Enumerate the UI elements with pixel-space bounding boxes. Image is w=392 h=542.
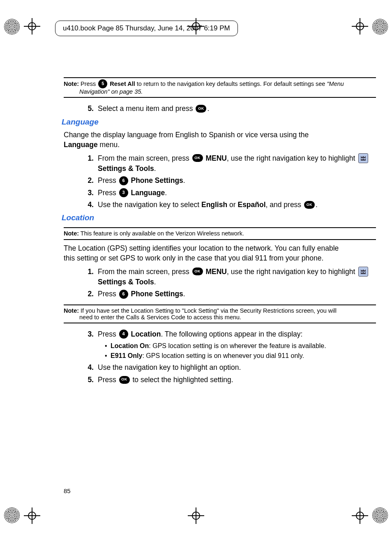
registration-mark-icon (372, 507, 388, 523)
text: . (316, 201, 318, 209)
crop-mark-icon (24, 18, 40, 35)
bullet-icon: • (105, 351, 111, 361)
note-verizon-only: Note: This feature is only available on … (64, 228, 376, 239)
section-heading-location: Location (62, 213, 376, 222)
registration-mark-icon (372, 19, 388, 35)
menu-label: MENU (204, 268, 227, 276)
key-6-icon: 6 (119, 290, 128, 299)
page-header-text: u410.book Page 85 Thursday, June 14, 200… (63, 24, 230, 32)
step-text: Select a menu item and press (98, 104, 195, 113)
key-4-icon: 4 (119, 330, 128, 339)
text: Press (98, 290, 118, 298)
loc-step-5: 5. Press OK to select the highlighted se… (64, 375, 376, 385)
language-label: Language (129, 189, 165, 197)
crop-mark-icon (352, 18, 368, 35)
note-label: Note: (64, 81, 79, 87)
bullet-e911-only: • E911 Only: GPS location setting is on … (64, 351, 376, 361)
text: Use the navigation key to highlight an o… (98, 362, 376, 373)
step-number: 4. (82, 200, 94, 210)
text: , and press (266, 201, 303, 209)
step-number: 1. (82, 153, 94, 164)
espanol-label: Español (238, 201, 265, 209)
english-label: English (201, 201, 227, 209)
text: From the main screen, press (98, 154, 191, 162)
text: . The following options appear in the di… (161, 330, 302, 338)
settings-tools-label: Settings & Tools (98, 164, 154, 173)
text: , use the right navigation key to highli… (227, 154, 357, 162)
step-number: 5. (82, 375, 94, 385)
page-number: 85 (64, 487, 71, 494)
text: Press (98, 189, 118, 197)
location-label: Location (129, 330, 161, 338)
note-text-line2: need to enter the Calls & Services Code … (64, 314, 376, 321)
text: Press (98, 376, 118, 384)
step-number: 2. (82, 175, 94, 186)
text: . (183, 176, 185, 185)
ok-key-icon: OK (304, 201, 315, 209)
step-5-select-menu: 5. Select a menu item and press OK. (64, 104, 376, 114)
text: From the main screen, press (98, 268, 191, 276)
note-lock-setting: Note: If you have set the Location Setti… (64, 305, 376, 323)
phone-settings-label: Phone Settings (129, 176, 183, 185)
ok-key-icon: OK (119, 376, 130, 384)
key-5-icon: 5 (98, 79, 107, 88)
menu-label: MENU (204, 154, 227, 162)
step-number: 3. (82, 188, 94, 198)
step-number: 5. (82, 104, 94, 114)
ok-key-icon: OK (192, 154, 203, 162)
loc-step-2: 2. Press 6 Phone Settings. (64, 289, 376, 299)
language-menu-label: Language (64, 141, 98, 149)
note-text: Press (79, 81, 97, 87)
key-3-icon: 3 (119, 188, 128, 197)
crop-mark-icon (24, 507, 40, 524)
section-heading-language: Language (62, 118, 376, 127)
lang-step-1: 1. From the main screen, press OK MENU, … (64, 153, 376, 174)
registration-mark-icon (4, 507, 20, 523)
text: or (227, 201, 238, 209)
step-number: 1. (82, 267, 94, 277)
bullet-icon: • (105, 341, 111, 351)
step-text: . (207, 104, 209, 113)
text: . (165, 189, 167, 197)
text: : GPS location setting is on whenever yo… (142, 352, 304, 359)
menu-nav-ref-line2: Navigation" on page 35. (79, 88, 143, 95)
page-content: Note: Press 5 Reset All to return to the… (64, 77, 376, 387)
settings-tools-icon (358, 267, 368, 277)
text: Press (98, 176, 118, 185)
step-number: 4. (82, 362, 94, 373)
crop-mark-icon (352, 507, 368, 524)
lang-step-2: 2. Press 6 Phone Settings. (64, 175, 376, 186)
note-label: Note: (64, 307, 79, 314)
bullet-location-on: • Location On: GPS location setting is o… (64, 341, 376, 351)
loc-step-3: 3. Press 4 Location. The following optio… (64, 329, 376, 339)
ok-key-icon: OK (196, 105, 206, 113)
note-label: Note: (64, 230, 79, 237)
text: Press (98, 330, 118, 338)
loc-step-1: 1. From the main screen, press OK MENU, … (64, 267, 376, 288)
text: , use the right navigation key to highli… (227, 268, 357, 276)
step-number: 2. (82, 289, 94, 299)
text: . (154, 164, 156, 173)
language-intro: Change the display language from English… (64, 130, 376, 150)
registration-mark-icon (4, 19, 20, 35)
note-text: If you have set the Location Setting to … (79, 307, 337, 314)
page-header-box: u410.book Page 85 Thursday, June 14, 200… (55, 21, 238, 36)
text: Change the display language from English… (64, 131, 309, 139)
menu-nav-ref: "Menu (327, 81, 344, 87)
step-number: 3. (82, 329, 94, 339)
text: to select the highlighted setting. (131, 376, 233, 384)
note-text: This feature is only available on the Ve… (79, 230, 244, 237)
settings-tools-label: Settings & Tools (98, 278, 154, 286)
note-text: to return to the navigation key defaults… (135, 81, 327, 87)
loc-step-4: 4. Use the navigation key to highlight a… (64, 362, 376, 373)
phone-settings-label: Phone Settings (129, 290, 183, 298)
settings-tools-icon (358, 153, 368, 163)
e911-only-label: E911 Only (111, 352, 142, 359)
text: : GPS location setting is on wherever th… (149, 342, 326, 349)
horizontal-rule (64, 239, 376, 240)
lang-step-3: 3. Press 3 Language. (64, 188, 376, 198)
note-reset-all: Note: Press 5 Reset All to return to the… (64, 78, 376, 97)
text: . (183, 290, 185, 298)
text: menu. (98, 141, 120, 149)
lang-step-4: 4. Use the navigation key to select Engl… (64, 200, 376, 210)
